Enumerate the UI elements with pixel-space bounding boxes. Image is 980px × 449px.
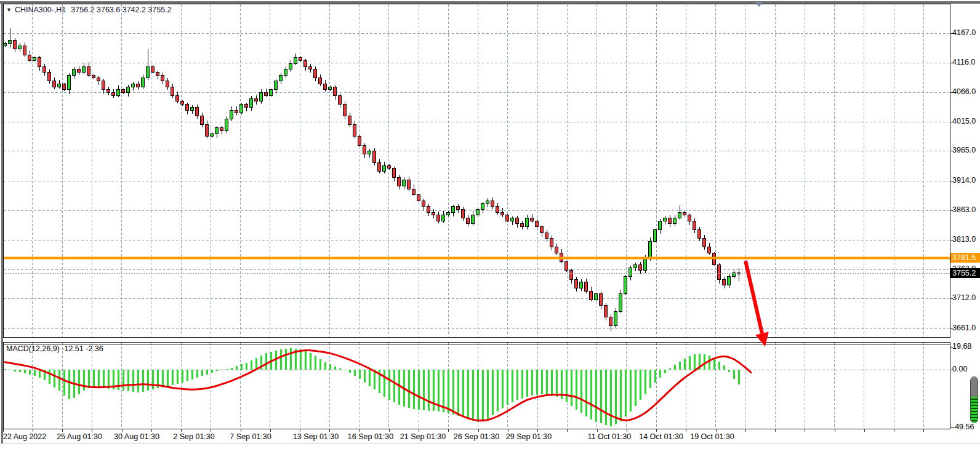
time-axis-label: 7 Sep 01:30 bbox=[230, 432, 271, 441]
time-axis-label: 19 Oct 01:30 bbox=[690, 432, 734, 441]
time-axis-label: 29 Sep 01:30 bbox=[506, 432, 552, 441]
price-axis-label: 3863.0 bbox=[952, 205, 976, 214]
price-axis[interactable]: 4167.04116.04066.04015.03965.03914.03863… bbox=[0, 0, 980, 449]
mt4-chart-window: ▼CHINA300-,H13756.2 3763.6 3742.2 3755.2… bbox=[0, 0, 980, 449]
time-axis-label: 13 Sep 01:30 bbox=[293, 432, 339, 441]
price-axis-label: 3965.0 bbox=[952, 146, 976, 154]
price-axis-label: 3914.0 bbox=[952, 176, 976, 185]
scroll-indicator-pill[interactable] bbox=[970, 376, 978, 423]
time-axis-label: 25 Aug 01:30 bbox=[57, 432, 102, 441]
time-axis-label: 21 Sep 01:30 bbox=[400, 432, 446, 441]
time-axis-label: 30 Aug 01:30 bbox=[114, 432, 159, 441]
price-axis-label: 3813.0 bbox=[952, 235, 976, 244]
price-axis-label: 4167.0 bbox=[952, 28, 976, 37]
price-axis-label: 3712.0 bbox=[952, 293, 976, 302]
current-price-tag: 3755.2 bbox=[950, 268, 980, 278]
time-axis-label: 22 Aug 2022 bbox=[3, 432, 46, 441]
time-axis-label: 14 Oct 01:30 bbox=[639, 432, 683, 441]
scroll-pill-green-part bbox=[971, 397, 978, 423]
time-axis-label: 11 Oct 01:30 bbox=[588, 432, 632, 441]
time-axis-label: 16 Sep 01:30 bbox=[348, 432, 393, 441]
time-axis-label: 2 Sep 01:30 bbox=[173, 432, 214, 441]
price-axis-label: 4116.0 bbox=[952, 58, 975, 66]
time-axis[interactable]: 22 Aug 202225 Aug 01:3030 Aug 01:302 Sep… bbox=[0, 432, 980, 443]
price-axis-label: 4015.0 bbox=[952, 117, 976, 125]
price-axis-label: 3661.0 bbox=[952, 324, 976, 332]
horizontal-line-price-tag[interactable]: 3781.5 bbox=[950, 253, 980, 263]
macd-axis-label: 19.68 bbox=[952, 342, 971, 351]
time-axis-label: 26 Sep 01:30 bbox=[454, 432, 499, 441]
macd-axis-label: -49.56 bbox=[952, 423, 974, 431]
macd-axis-label: 0.00 bbox=[952, 365, 967, 373]
price-axis-label: 4066.0 bbox=[952, 87, 976, 96]
scroll-pill-gray-part bbox=[971, 377, 978, 397]
